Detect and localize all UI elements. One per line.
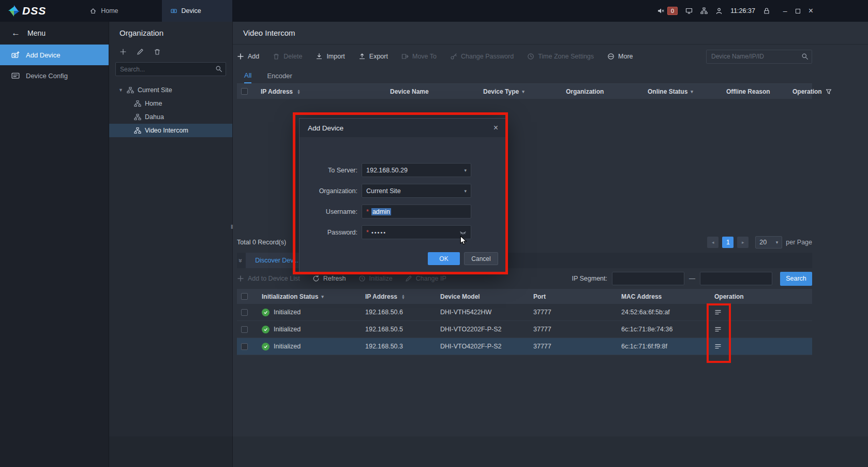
change-ip-button[interactable]: Change IP xyxy=(405,275,446,282)
app-logo-text: DSS xyxy=(22,5,46,17)
sidebar-item-device-config[interactable]: Device Config xyxy=(0,65,109,86)
dropdown-icon[interactable]: ▾ xyxy=(522,89,525,94)
dropdown-icon[interactable]: ▾ xyxy=(691,89,693,94)
sidebar-item-label: Device Config xyxy=(26,72,68,80)
sort-icon[interactable]: ▲▼ xyxy=(401,294,405,299)
clock-icon xyxy=(527,53,534,60)
topbar-status-area: 0 11:26:37 – × xyxy=(657,0,813,22)
organization-actions xyxy=(109,43,232,62)
select-all-checkbox[interactable] xyxy=(241,293,248,300)
filter-icon[interactable] xyxy=(825,88,832,95)
sort-icon[interactable]: ▲▼ xyxy=(297,89,301,94)
ip-segment-start-input[interactable] xyxy=(612,272,684,285)
initialized-status-icon xyxy=(262,309,270,316)
column-device-name[interactable]: Device Name xyxy=(386,88,479,95)
refresh-button[interactable]: Refresh xyxy=(312,275,346,282)
user-icon[interactable] xyxy=(715,7,723,14)
more-button[interactable]: More xyxy=(607,53,633,60)
add-org-icon[interactable] xyxy=(119,48,127,55)
row-ip: 192.168.50.6 xyxy=(361,309,436,316)
column-mac-address[interactable]: MAC Address xyxy=(617,293,710,300)
column-ip-address[interactable]: IP Address ▲▼ xyxy=(361,293,436,300)
column-organization[interactable]: Organization xyxy=(562,88,643,95)
ip-segment-search-button[interactable]: Search xyxy=(780,272,812,286)
dss-logo-icon xyxy=(8,5,20,17)
initialize-button[interactable]: Initialize xyxy=(358,275,393,282)
expand-caret-icon[interactable]: ▼ xyxy=(118,87,123,93)
trash-icon[interactable] xyxy=(154,48,161,55)
trash-icon xyxy=(273,53,280,60)
refresh-icon xyxy=(312,275,320,282)
status-text: Initialized xyxy=(274,326,301,333)
device-table-header: IP Address ▲▼ Device Name Device Type ▾ … xyxy=(237,84,812,99)
import-button[interactable]: Import xyxy=(316,53,345,60)
row-model: DHI-VTO4202F-P-S2 xyxy=(436,343,529,350)
column-operation[interactable]: Operation xyxy=(788,88,839,95)
edit-icon[interactable] xyxy=(137,48,144,55)
change-password-button[interactable]: Change Password xyxy=(450,53,514,60)
tree-node-current-site[interactable]: ▼ Current Site xyxy=(109,83,232,97)
move-to-button[interactable]: Move To xyxy=(401,53,437,60)
delete-button-label: Delete xyxy=(283,53,302,60)
column-ip-address[interactable]: IP Address ▲▼ xyxy=(257,88,386,95)
column-initialization-status[interactable]: Initialization Status ▾ xyxy=(258,293,361,300)
ip-segment-separator: — xyxy=(689,275,695,282)
row-checkbox[interactable] xyxy=(241,309,248,316)
page-prev-button[interactable]: ◂ xyxy=(707,237,719,248)
tab-device[interactable]: Device xyxy=(162,0,232,22)
sidebar-item-add-device[interactable]: Add Device xyxy=(0,45,109,65)
ip-segment-end-input[interactable] xyxy=(700,272,772,285)
column-offline-reason[interactable]: Offline Reason xyxy=(722,88,788,95)
dss-logo: DSS xyxy=(0,5,56,17)
move-to-icon xyxy=(401,53,409,60)
sitemap-icon[interactable] xyxy=(700,7,708,14)
maximize-button[interactable] xyxy=(796,7,800,14)
tree-node-home[interactable]: Home xyxy=(109,97,232,110)
column-device-model[interactable]: Device Model xyxy=(436,293,529,300)
export-button[interactable]: Export xyxy=(358,53,388,60)
panel-splitter-handle[interactable]: ‖ xyxy=(231,224,233,230)
tab-all[interactable]: All xyxy=(244,68,251,83)
alarm-count-badge[interactable]: 0 xyxy=(667,7,678,15)
search-icon[interactable] xyxy=(215,65,222,72)
column-online-status[interactable]: Online Status ▾ xyxy=(643,88,722,95)
dropdown-icon[interactable]: ▾ xyxy=(321,294,324,299)
tree-node-dahua[interactable]: Dahua xyxy=(109,110,232,124)
monitor-icon[interactable] xyxy=(685,7,693,14)
column-device-type[interactable]: Device Type ▾ xyxy=(479,88,562,95)
change-ip-button-label: Change IP xyxy=(416,275,446,282)
close-button[interactable]: × xyxy=(809,7,813,15)
select-all-checkbox[interactable] xyxy=(241,88,248,95)
search-icon[interactable] xyxy=(801,53,809,60)
delete-button[interactable]: Delete xyxy=(273,53,302,60)
ip-segment-label: IP Segment: xyxy=(572,275,607,282)
initialized-status-icon xyxy=(262,343,270,351)
collapse-panel-icon[interactable]: « xyxy=(236,258,244,262)
page-next-button[interactable]: ▸ xyxy=(737,237,749,248)
add-to-device-list-button[interactable]: Add to Device List xyxy=(237,275,300,282)
plus-icon xyxy=(237,275,244,282)
row-checkbox[interactable] xyxy=(241,343,248,350)
column-operation[interactable]: Operation xyxy=(710,293,812,300)
device-search-input[interactable] xyxy=(706,50,812,64)
add-button[interactable]: Add xyxy=(237,53,259,60)
org-search-input[interactable] xyxy=(115,62,226,76)
back-arrow-icon[interactable]: ← xyxy=(11,28,20,38)
mute-icon[interactable] xyxy=(657,7,664,14)
device-type-tabs: All Encoder xyxy=(237,68,812,84)
tree-node-video-intercom[interactable]: Video Intercom xyxy=(109,124,232,137)
current-page[interactable]: 1 xyxy=(722,237,734,248)
per-page-label: per Page xyxy=(786,239,812,246)
page-size-select[interactable]: 20 ▾ xyxy=(755,236,782,249)
lock-icon[interactable] xyxy=(763,7,770,14)
tab-home[interactable]: Home xyxy=(77,0,130,22)
row-checkbox[interactable] xyxy=(241,326,248,333)
time-zone-settings-button[interactable]: Time Zone Settings xyxy=(527,53,594,60)
bottom-scroll-gutter xyxy=(109,436,868,467)
tab-encoder[interactable]: Encoder xyxy=(267,68,292,83)
dss-app-window: DSS Home Device 0 xyxy=(0,0,868,467)
organization-title: Organization xyxy=(109,22,232,43)
initialized-status-icon xyxy=(262,326,270,333)
minimize-button[interactable]: – xyxy=(783,7,787,14)
column-port[interactable]: Port xyxy=(529,293,617,300)
